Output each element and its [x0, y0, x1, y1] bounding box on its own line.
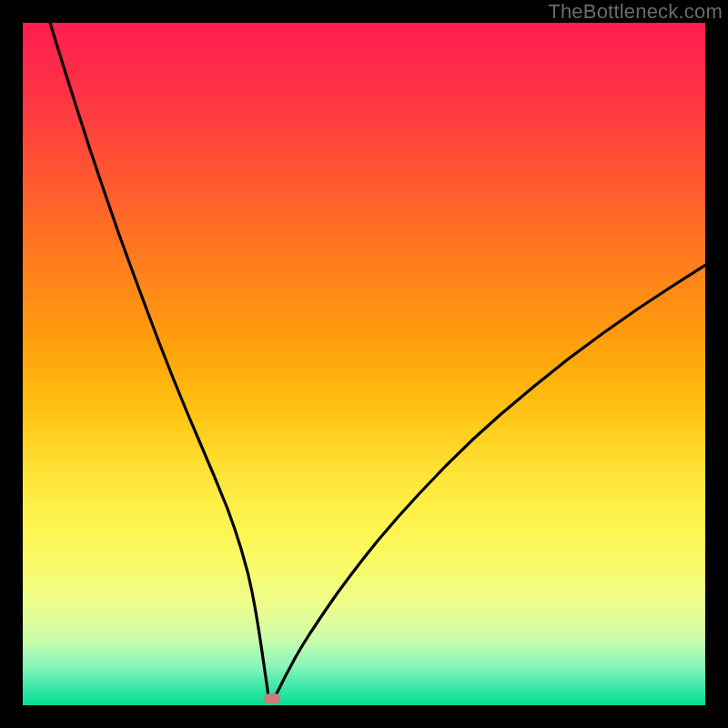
bottleneck-curve [23, 23, 705, 705]
watermark-text: TheBottleneck.com [548, 0, 723, 24]
notch-marker [264, 693, 280, 704]
plot-area [23, 23, 705, 705]
chart-frame: TheBottleneck.com [0, 0, 728, 728]
